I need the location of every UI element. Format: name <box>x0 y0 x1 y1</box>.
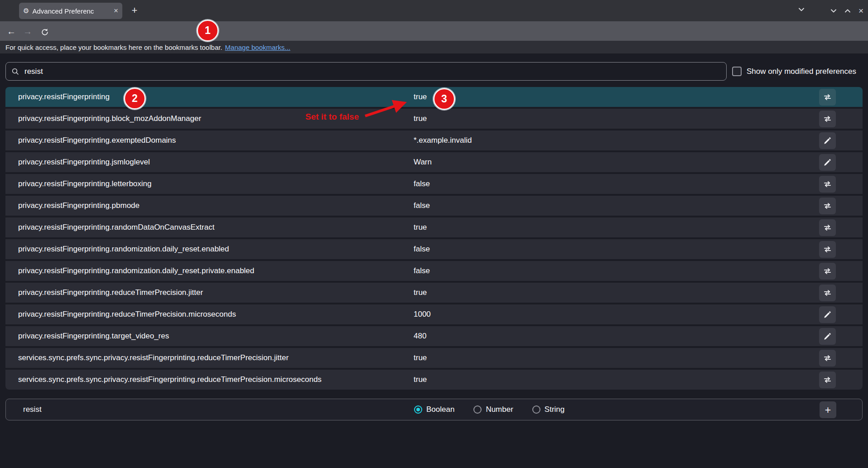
show-modified-filter[interactable]: Show only modified preferences <box>732 67 856 76</box>
tab-close-button[interactable]: × <box>114 6 118 15</box>
radio-label: Number <box>486 405 513 414</box>
pref-value: true <box>414 223 427 232</box>
pref-name: privacy.resistFingerprinting.randomizati… <box>18 245 229 254</box>
filter-label: Show only modified preferences <box>747 67 856 76</box>
about-config-page: resist Show only modified preferences pr… <box>0 53 868 468</box>
toggle-button[interactable] <box>819 350 836 367</box>
pref-row[interactable]: privacy.resistFingerprinting.reduceTimer… <box>5 283 863 303</box>
toggle-arrows-icon <box>823 288 832 298</box>
toggle-arrows-icon <box>823 223 832 232</box>
reload-button[interactable] <box>38 24 52 38</box>
pref-row[interactable]: privacy.resistFingerprinting.block_mozAd… <box>5 109 863 129</box>
edit-button[interactable] <box>819 328 836 345</box>
pref-value: true <box>414 288 427 297</box>
edit-button[interactable] <box>819 132 836 149</box>
pref-type-radios: BooleanNumberString <box>414 399 564 420</box>
pencil-icon <box>823 310 832 319</box>
pref-name: privacy.resistFingerprinting.reduceTimer… <box>18 288 203 297</box>
search-input[interactable]: resist <box>5 62 727 81</box>
pref-row[interactable]: privacy.resistFingerprinting.target_vide… <box>5 326 863 346</box>
pencil-icon <box>823 136 832 145</box>
search-icon <box>11 68 19 76</box>
toggle-arrows-icon <box>823 245 832 254</box>
pref-row[interactable]: privacy.resistFingerprinting.randomDataO… <box>5 217 863 237</box>
pref-row[interactable]: services.sync.prefs.sync.privacy.resistF… <box>5 370 863 390</box>
window-controls: × <box>830 7 863 14</box>
annotation-step-3: 3 <box>434 88 455 110</box>
pref-name: privacy.resistFingerprinting.exemptedDom… <box>18 136 176 145</box>
toggle-button[interactable] <box>819 89 836 106</box>
back-button[interactable]: ← <box>5 24 18 38</box>
forward-button[interactable]: → <box>21 24 34 38</box>
toggle-button[interactable] <box>819 241 836 258</box>
toggle-arrows-icon <box>823 179 832 189</box>
toggle-arrows-icon <box>823 92 832 102</box>
pref-name: services.sync.prefs.sync.privacy.resistF… <box>18 353 289 362</box>
toggle-arrows-icon <box>823 353 832 363</box>
toggle-button[interactable] <box>819 263 836 280</box>
browser-window: ⚙ Advanced Preferenc × + × ← → <box>0 0 868 468</box>
pref-value: false <box>414 266 430 275</box>
pref-row[interactable]: privacy.resistFingerprinting.pbmodefalse <box>5 196 863 216</box>
toggle-arrows-icon <box>823 114 832 124</box>
toggle-button[interactable] <box>819 285 836 301</box>
checkbox-unchecked[interactable] <box>732 67 742 76</box>
radio-icon <box>532 405 540 414</box>
manage-bookmarks-link[interactable]: Manage bookmarks... <box>225 43 290 51</box>
tab-advanced-preferences[interactable]: ⚙ Advanced Preferenc × <box>19 3 122 19</box>
pencil-icon <box>823 158 832 167</box>
toggle-button[interactable] <box>819 111 836 127</box>
pref-row[interactable]: privacy.resistFingerprinting.reduceTimer… <box>5 304 863 324</box>
add-pref-button[interactable]: + <box>820 401 836 418</box>
list-all-tabs-chevron-icon[interactable] <box>798 7 805 12</box>
pref-name: privacy.resistFingerprinting.pbmode <box>18 201 140 210</box>
pref-value: 1000 <box>414 310 431 319</box>
pencil-icon <box>823 332 832 341</box>
radio-label: String <box>545 405 564 414</box>
toggle-arrows-icon <box>823 375 832 385</box>
pref-row[interactable]: privacy.resistFingerprinting.jsmloglevel… <box>5 152 863 172</box>
edit-button[interactable] <box>819 306 836 323</box>
bookmarks-toolbar: For quick access, place your bookmarks h… <box>0 41 868 53</box>
toggle-button[interactable] <box>819 198 836 214</box>
bookmarks-hint-text: For quick access, place your bookmarks h… <box>5 43 222 51</box>
pref-name: privacy.resistFingerprinting.target_vide… <box>18 332 169 341</box>
pref-row[interactable]: privacy.resistFingerprinting.letterboxin… <box>5 174 863 194</box>
search-value: resist <box>24 67 43 76</box>
pref-row[interactable]: privacy.resistFingerprinting.randomizati… <box>5 239 863 259</box>
toggle-arrows-icon <box>823 201 832 211</box>
toggle-button[interactable] <box>819 176 836 193</box>
radio-label: Boolean <box>426 405 454 414</box>
navigation-toolbar: ← → Cachy about:config ☆ <box>0 21 868 41</box>
toggle-button[interactable] <box>819 372 836 388</box>
pref-row[interactable]: privacy.resistFingerprinting.randomizati… <box>5 261 863 281</box>
pref-value: false <box>414 179 430 188</box>
window-close-icon[interactable]: × <box>858 7 863 14</box>
pref-value: 480 <box>414 332 426 341</box>
pref-value: false <box>414 245 430 254</box>
window-minimize-icon[interactable] <box>830 9 837 13</box>
annotation-note: Set it to false <box>305 112 359 122</box>
pref-row[interactable]: services.sync.prefs.sync.privacy.resistF… <box>5 348 863 368</box>
tab-title: Advanced Preferenc <box>32 7 112 15</box>
pref-name: privacy.resistFingerprinting.randomDataO… <box>18 223 214 232</box>
pref-name: privacy.resistFingerprinting.jsmloglevel <box>18 158 150 167</box>
pref-value: Warn <box>414 158 432 167</box>
radio-boolean[interactable]: Boolean <box>414 405 454 414</box>
annotation-arrow <box>359 94 420 121</box>
tab-bar: ⚙ Advanced Preferenc × + × <box>0 0 868 21</box>
radio-string[interactable]: String <box>532 405 564 414</box>
edit-button[interactable] <box>819 154 836 171</box>
pref-row[interactable]: privacy.resistFingerprinting.exemptedDom… <box>5 130 863 150</box>
pref-name: privacy.resistFingerprinting.block_mozAd… <box>18 114 201 123</box>
toggle-button[interactable] <box>819 219 836 236</box>
pref-value: *.example.invalid <box>414 136 472 145</box>
add-pref-row: resist BooleanNumberString + <box>5 399 863 420</box>
radio-selected-icon <box>414 405 422 414</box>
gear-icon: ⚙ <box>23 7 29 15</box>
radio-number[interactable]: Number <box>473 405 513 414</box>
window-maximize-icon[interactable] <box>844 9 851 13</box>
new-tab-button[interactable]: + <box>128 4 141 17</box>
radio-icon <box>473 405 482 414</box>
pref-value: false <box>414 201 430 210</box>
